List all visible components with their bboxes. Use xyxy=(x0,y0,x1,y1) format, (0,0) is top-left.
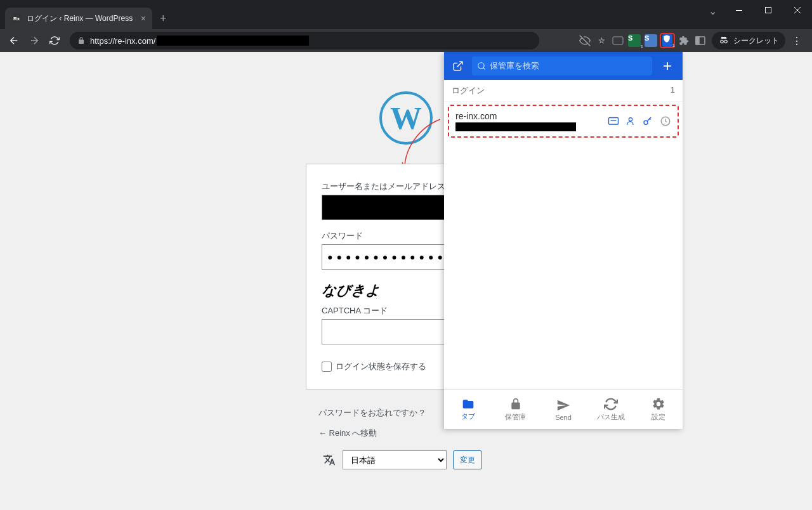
svg-point-7 xyxy=(478,63,484,69)
bitwarden-extension-icon[interactable]: 1 xyxy=(660,33,675,48)
close-tab-icon[interactable]: × xyxy=(141,13,146,23)
forgot-password-link[interactable]: パスワードをお忘れですか ? xyxy=(318,408,424,417)
vault-item-title: re-inx.com xyxy=(455,111,608,121)
vault-item-actions xyxy=(608,115,671,127)
add-item-button[interactable]: + xyxy=(657,56,678,76)
totp-icon[interactable] xyxy=(660,115,671,127)
bitwarden-tabbar: タブ 保管庫 Send パス生成 xyxy=(444,389,683,429)
tab-generator[interactable]: パス生成 xyxy=(587,390,635,429)
remember-label: ログイン状態を保存する xyxy=(336,361,426,372)
vault-item[interactable]: re-inx.com xyxy=(448,105,679,138)
incognito-label: シークレット xyxy=(733,36,779,46)
back-button[interactable] xyxy=(5,32,23,49)
window-controls xyxy=(724,0,812,20)
folder-icon xyxy=(461,398,475,410)
popout-icon[interactable] xyxy=(449,57,467,75)
translate-icon xyxy=(322,453,336,467)
chevron-down-icon: ⌄ xyxy=(709,5,717,17)
remember-checkbox[interactable] xyxy=(322,362,332,372)
copy-password-icon[interactable] xyxy=(642,115,653,127)
browser-toolbar: https://re-inx.com/ ☆ S1 S 1 シークレット ⋮ xyxy=(0,29,812,52)
url-scheme: https:// xyxy=(90,36,115,46)
copy-username-icon[interactable] xyxy=(625,115,636,127)
eye-off-icon[interactable] xyxy=(577,33,593,48)
vault-item-username-redacted xyxy=(455,122,576,131)
back-to-site-link[interactable]: ← Reinx へ移動 xyxy=(318,428,377,438)
incognito-indicator[interactable]: シークレット xyxy=(712,32,785,49)
url-host: re-inx.com/ xyxy=(115,36,155,46)
send-icon xyxy=(556,398,570,412)
browser-menu-button[interactable]: ⋮ xyxy=(787,35,807,47)
section-count: 1 xyxy=(671,85,675,96)
lock-icon xyxy=(77,37,85,44)
extension-icon-3[interactable]: S xyxy=(643,33,658,48)
svg-point-9 xyxy=(629,118,632,121)
language-switcher: 日本語 変更 xyxy=(322,450,482,469)
svg-point-10 xyxy=(644,121,648,124)
autofill-icon[interactable] xyxy=(608,115,619,127)
svg-point-5 xyxy=(721,40,724,43)
maximize-button[interactable] xyxy=(754,0,783,20)
section-label: ログイン xyxy=(452,85,485,96)
svg-rect-1 xyxy=(766,8,771,13)
vault-search-input[interactable]: 保管庫を検索 xyxy=(472,56,652,75)
tab-vault[interactable]: 保管庫 xyxy=(492,390,539,429)
svg-point-6 xyxy=(724,40,728,43)
close-button[interactable] xyxy=(783,0,812,20)
vault-section-header: ログイン 1 xyxy=(444,80,683,102)
search-placeholder: 保管庫を検索 xyxy=(490,60,539,72)
side-panel-icon[interactable] xyxy=(693,33,708,48)
url-redacted xyxy=(157,36,309,46)
tab-favicon: Rx xyxy=(11,13,22,23)
bookmark-star-icon[interactable]: ☆ xyxy=(594,33,609,48)
svg-rect-2 xyxy=(613,37,623,44)
forward-button[interactable] xyxy=(25,32,43,49)
wordpress-logo: W xyxy=(379,91,433,145)
minimize-button[interactable] xyxy=(724,0,754,20)
url-bar[interactable]: https://re-inx.com/ xyxy=(70,32,539,49)
svg-rect-4 xyxy=(696,37,699,44)
svg-rect-0 xyxy=(736,10,742,11)
tab-current-tab[interactable]: タブ xyxy=(444,390,492,429)
svg-rect-8 xyxy=(609,118,619,125)
gear-icon xyxy=(652,397,665,411)
form-links: パスワードをお忘れですか ? ← Reinx へ移動 xyxy=(318,407,424,448)
tab-strip: Rx ログイン ‹ Reinx — WordPress × + xyxy=(0,6,812,29)
new-tab-button[interactable]: + xyxy=(160,12,167,29)
extension-icon-1[interactable] xyxy=(610,33,625,48)
search-icon xyxy=(477,62,486,70)
lock-icon xyxy=(509,397,522,411)
extension-icon-2[interactable]: S1 xyxy=(627,33,642,48)
browser-tab[interactable]: Rx ログイン ‹ Reinx — WordPress × xyxy=(5,8,152,29)
refresh-icon xyxy=(604,397,618,411)
extensions-puzzle-icon[interactable] xyxy=(676,33,691,48)
reload-button[interactable] xyxy=(46,32,63,49)
page-content: W ユーザー名またはメールアドレス パスワード なびきよ CAPTCHA コード… xyxy=(0,52,812,510)
captcha-image: なびきよ xyxy=(321,280,392,301)
bitwarden-header: 保管庫を検索 + xyxy=(444,52,683,80)
bitwarden-popup: 保管庫を検索 + ログイン 1 re-inx.com xyxy=(444,52,683,429)
tab-settings[interactable]: 設定 xyxy=(635,390,683,429)
tab-title: ログイン ‹ Reinx — WordPress xyxy=(27,13,133,24)
language-submit-button[interactable]: 変更 xyxy=(453,450,482,469)
tab-send[interactable]: Send xyxy=(539,390,587,429)
language-select[interactable]: 日本語 xyxy=(343,450,447,469)
